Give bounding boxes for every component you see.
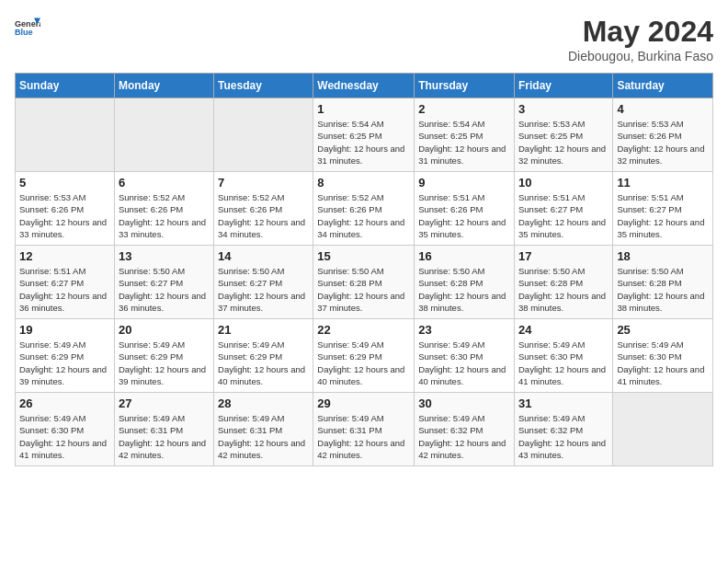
day-info: Sunrise: 5:49 AMSunset: 6:30 PMDaylight:… — [518, 339, 609, 387]
day-number: 19 — [19, 323, 110, 337]
page-header: General Blue May 2024 Diebougou, Burkina… — [15, 15, 713, 63]
day-info: Sunrise: 5:53 AMSunset: 6:26 PMDaylight:… — [617, 118, 709, 167]
day-info: Sunrise: 5:51 AMSunset: 6:26 PMDaylight:… — [418, 191, 510, 240]
day-number: 24 — [518, 323, 609, 337]
day-info: Sunrise: 5:49 AMSunset: 6:29 PMDaylight:… — [19, 339, 110, 387]
week-row-1: 1Sunrise: 5:54 AMSunset: 6:25 PMDaylight… — [16, 98, 713, 172]
day-info: Sunrise: 5:52 AMSunset: 6:26 PMDaylight:… — [218, 191, 309, 240]
calendar-cell: 13Sunrise: 5:50 AMSunset: 6:27 PMDayligh… — [114, 246, 213, 319]
day-number: 29 — [317, 396, 410, 410]
calendar-cell: 26Sunrise: 5:49 AMSunset: 6:30 PMDayligh… — [16, 393, 115, 466]
day-info: Sunrise: 5:52 AMSunset: 6:26 PMDaylight:… — [119, 191, 210, 240]
day-info: Sunrise: 5:50 AMSunset: 6:27 PMDaylight:… — [119, 265, 210, 314]
day-number: 18 — [617, 249, 709, 263]
day-number: 5 — [19, 176, 110, 190]
day-number: 2 — [418, 102, 510, 116]
day-number: 9 — [418, 176, 510, 190]
day-info: Sunrise: 5:49 AMSunset: 6:32 PMDaylight:… — [518, 412, 609, 461]
day-number: 6 — [119, 176, 210, 190]
day-info: Sunrise: 5:49 AMSunset: 6:29 PMDaylight:… — [119, 339, 210, 387]
logo-icon: General Blue — [15, 15, 40, 40]
weekday-header-sunday: Sunday — [16, 74, 115, 98]
calendar-subtitle: Diebougou, Burkina Faso — [568, 49, 713, 63]
week-row-3: 12Sunrise: 5:51 AMSunset: 6:27 PMDayligh… — [16, 246, 713, 319]
day-info: Sunrise: 5:52 AMSunset: 6:26 PMDaylight:… — [317, 191, 410, 240]
calendar-cell: 7Sunrise: 5:52 AMSunset: 6:26 PMDaylight… — [214, 172, 313, 246]
day-number: 17 — [518, 249, 609, 263]
calendar-table: SundayMondayTuesdayWednesdayThursdayFrid… — [15, 73, 713, 466]
calendar-cell: 28Sunrise: 5:49 AMSunset: 6:31 PMDayligh… — [214, 393, 313, 466]
calendar-title: May 2024 — [568, 15, 713, 49]
day-number: 11 — [617, 176, 709, 190]
calendar-cell: 1Sunrise: 5:54 AMSunset: 6:25 PMDaylight… — [313, 98, 415, 172]
calendar-cell: 25Sunrise: 5:49 AMSunset: 6:30 PMDayligh… — [613, 319, 713, 393]
logo: General Blue — [15, 15, 40, 40]
calendar-cell: 17Sunrise: 5:50 AMSunset: 6:28 PMDayligh… — [514, 246, 612, 319]
calendar-cell: 24Sunrise: 5:49 AMSunset: 6:30 PMDayligh… — [514, 319, 612, 393]
day-number: 12 — [19, 249, 110, 263]
calendar-cell: 15Sunrise: 5:50 AMSunset: 6:28 PMDayligh… — [313, 246, 415, 319]
weekday-header-thursday: Thursday — [415, 74, 515, 98]
calendar-cell: 29Sunrise: 5:49 AMSunset: 6:31 PMDayligh… — [313, 393, 415, 466]
svg-text:Blue: Blue — [15, 28, 33, 37]
weekday-header-saturday: Saturday — [613, 74, 713, 98]
calendar-cell: 18Sunrise: 5:50 AMSunset: 6:28 PMDayligh… — [613, 246, 713, 319]
day-number: 31 — [518, 396, 609, 410]
calendar-cell: 30Sunrise: 5:49 AMSunset: 6:32 PMDayligh… — [415, 393, 515, 466]
day-info: Sunrise: 5:50 AMSunset: 6:28 PMDaylight:… — [518, 265, 609, 314]
calendar-cell: 2Sunrise: 5:54 AMSunset: 6:25 PMDaylight… — [415, 98, 515, 172]
calendar-cell: 22Sunrise: 5:49 AMSunset: 6:29 PMDayligh… — [313, 319, 415, 393]
title-block: May 2024 Diebougou, Burkina Faso — [568, 15, 713, 63]
day-info: Sunrise: 5:49 AMSunset: 6:29 PMDaylight:… — [218, 339, 309, 387]
day-info: Sunrise: 5:54 AMSunset: 6:25 PMDaylight:… — [418, 118, 510, 167]
day-number: 27 — [119, 396, 210, 410]
day-number: 14 — [218, 249, 309, 263]
day-info: Sunrise: 5:49 AMSunset: 6:30 PMDaylight:… — [418, 339, 510, 387]
day-number: 20 — [119, 323, 210, 337]
calendar-cell: 4Sunrise: 5:53 AMSunset: 6:26 PMDaylight… — [613, 98, 713, 172]
day-info: Sunrise: 5:51 AMSunset: 6:27 PMDaylight:… — [518, 191, 609, 240]
calendar-cell — [613, 393, 713, 466]
day-info: Sunrise: 5:49 AMSunset: 6:31 PMDaylight:… — [119, 412, 210, 461]
day-number: 1 — [317, 102, 410, 116]
day-number: 25 — [617, 323, 709, 337]
day-info: Sunrise: 5:49 AMSunset: 6:31 PMDaylight:… — [218, 412, 309, 461]
calendar-cell: 11Sunrise: 5:51 AMSunset: 6:27 PMDayligh… — [613, 172, 713, 246]
day-info: Sunrise: 5:51 AMSunset: 6:27 PMDaylight:… — [19, 265, 110, 314]
calendar-cell: 16Sunrise: 5:50 AMSunset: 6:28 PMDayligh… — [415, 246, 515, 319]
day-number: 7 — [218, 176, 309, 190]
calendar-cell: 14Sunrise: 5:50 AMSunset: 6:27 PMDayligh… — [214, 246, 313, 319]
calendar-cell: 3Sunrise: 5:53 AMSunset: 6:25 PMDaylight… — [514, 98, 612, 172]
calendar-cell: 9Sunrise: 5:51 AMSunset: 6:26 PMDaylight… — [415, 172, 515, 246]
day-number: 10 — [518, 176, 609, 190]
day-info: Sunrise: 5:49 AMSunset: 6:32 PMDaylight:… — [418, 412, 510, 461]
day-info: Sunrise: 5:49 AMSunset: 6:29 PMDaylight:… — [317, 339, 410, 387]
calendar-cell — [214, 98, 313, 172]
calendar-cell: 20Sunrise: 5:49 AMSunset: 6:29 PMDayligh… — [114, 319, 213, 393]
day-info: Sunrise: 5:49 AMSunset: 6:30 PMDaylight:… — [617, 339, 709, 387]
calendar-cell: 5Sunrise: 5:53 AMSunset: 6:26 PMDaylight… — [16, 172, 115, 246]
day-number: 3 — [518, 102, 609, 116]
weekday-header-monday: Monday — [114, 74, 213, 98]
day-number: 30 — [418, 396, 510, 410]
day-info: Sunrise: 5:50 AMSunset: 6:28 PMDaylight:… — [617, 265, 709, 314]
day-info: Sunrise: 5:49 AMSunset: 6:31 PMDaylight:… — [317, 412, 410, 461]
day-number: 16 — [418, 249, 510, 263]
calendar-cell: 31Sunrise: 5:49 AMSunset: 6:32 PMDayligh… — [514, 393, 612, 466]
day-number: 23 — [418, 323, 510, 337]
calendar-cell: 10Sunrise: 5:51 AMSunset: 6:27 PMDayligh… — [514, 172, 612, 246]
calendar-cell — [16, 98, 115, 172]
day-info: Sunrise: 5:53 AMSunset: 6:26 PMDaylight:… — [19, 191, 110, 240]
day-info: Sunrise: 5:54 AMSunset: 6:25 PMDaylight:… — [317, 118, 410, 167]
day-number: 21 — [218, 323, 309, 337]
day-info: Sunrise: 5:49 AMSunset: 6:30 PMDaylight:… — [19, 412, 110, 461]
calendar-cell: 21Sunrise: 5:49 AMSunset: 6:29 PMDayligh… — [214, 319, 313, 393]
calendar-cell: 23Sunrise: 5:49 AMSunset: 6:30 PMDayligh… — [415, 319, 515, 393]
weekday-header-row: SundayMondayTuesdayWednesdayThursdayFrid… — [16, 74, 713, 98]
day-number: 15 — [317, 249, 410, 263]
day-info: Sunrise: 5:50 AMSunset: 6:28 PMDaylight:… — [317, 265, 410, 314]
day-number: 8 — [317, 176, 410, 190]
day-number: 13 — [119, 249, 210, 263]
calendar-cell — [114, 98, 213, 172]
day-number: 28 — [218, 396, 309, 410]
